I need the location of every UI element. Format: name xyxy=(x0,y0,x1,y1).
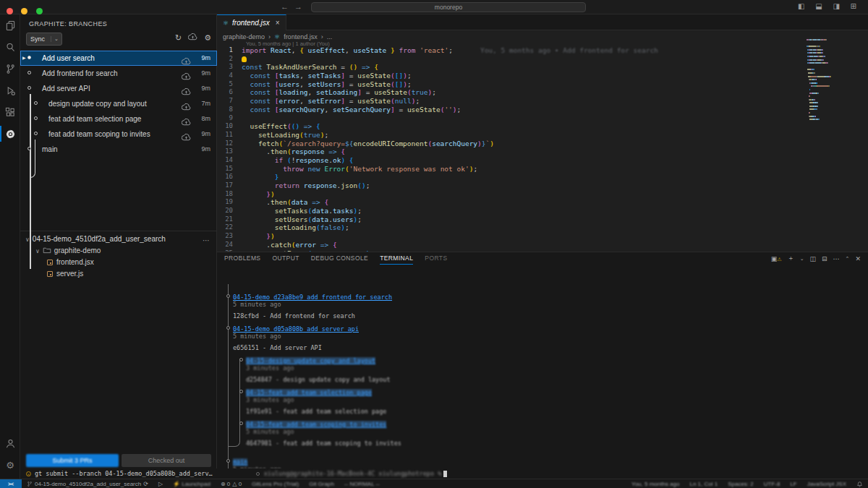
maximize-window-button[interactable] xyxy=(36,8,43,14)
more-actions-icon[interactable]: ⋯ xyxy=(833,255,840,262)
tab-frontend-jsx[interactable]: ⚛ frontend.jsx × xyxy=(217,14,286,30)
branch-label: feat add team scoping to invites xyxy=(48,127,150,142)
encoding-item[interactable]: UTF-8 xyxy=(764,481,780,487)
terminal-commit-line: e656151 - Add server API xyxy=(233,344,322,351)
panel-tab-problems[interactable]: PROBLEMS xyxy=(224,252,260,265)
code-line: 23 }) xyxy=(217,232,839,241)
code-line: 8 const [searchQuery, setSearchQuery] = … xyxy=(217,106,839,114)
code-line: 2 xyxy=(217,55,839,64)
terminal-branch-time: 3 minutes ago xyxy=(246,396,294,403)
close-panel-icon[interactable]: ✕ xyxy=(855,255,861,262)
gear-icon[interactable]: ⚙ xyxy=(204,33,211,43)
extensions-icon[interactable] xyxy=(0,101,20,123)
cursor-position-item[interactable]: Ln 1, Col 1 xyxy=(689,481,718,487)
cloud-upload-icon[interactable] xyxy=(188,33,197,43)
pro-trial-status-item[interactable]: GitLens Pro (Trial) xyxy=(252,481,299,487)
graphite-sidebar: GRAPHITE: BRANCHES Sync⌄ ↻ ⚙ ▶Add user s… xyxy=(20,14,217,468)
terminal-warning-icon[interactable]: ▣⚠ xyxy=(771,255,782,262)
branch-row[interactable]: Add frontend for search9m xyxy=(20,66,217,81)
split-terminal-icon[interactable]: ◫ xyxy=(810,255,817,262)
branch-status-item[interactable]: 04-15-demo_4510df2a_add_user_search⟳ xyxy=(27,481,148,487)
kill-terminal-icon[interactable]: ⊟ xyxy=(822,255,827,262)
panel-tab-ports[interactable]: PORTS xyxy=(425,252,447,265)
branch-time: 9m xyxy=(201,51,210,66)
launchpad-status-item[interactable]: ⚡ Launchpad xyxy=(173,481,210,487)
code-area[interactable]: 1import React, { useEffect, useState } f… xyxy=(217,46,839,257)
panel-tab-debug-console[interactable]: DEBUG CONSOLE xyxy=(311,252,368,265)
explorer-icon[interactable] xyxy=(0,14,20,36)
commit-dot-icon xyxy=(27,147,31,150)
branch-row[interactable]: main9m xyxy=(20,142,217,157)
tree-file-row[interactable]: server.js xyxy=(20,268,217,280)
graph-node-icon xyxy=(239,421,243,425)
code-line: 9 xyxy=(217,114,839,123)
history-nav: ←→ xyxy=(281,2,308,11)
graphite-icon[interactable] xyxy=(0,123,20,145)
layout-toggle-icons[interactable]: ◧ ⬓ ◨ ⊞ xyxy=(798,2,861,10)
editor-group: ⚛ frontend.jsx × graphite-demo› ⚛ fronte… xyxy=(217,14,868,252)
cloud-upload-icon xyxy=(182,73,191,80)
git-graph-status-item[interactable]: Git Graph xyxy=(309,481,334,487)
graph-node-icon xyxy=(239,358,243,361)
eol-item[interactable]: LF xyxy=(790,481,796,487)
checked-out-button[interactable]: Checked out xyxy=(122,454,211,467)
language-mode-item[interactable]: JavaScript JSX xyxy=(807,481,846,487)
chevron-down-icon: ∨ xyxy=(35,248,40,254)
terminal-branch-link[interactable]: 04-15-feat_add_team_scoping_to_invites xyxy=(246,421,386,428)
minimize-window-button[interactable] xyxy=(21,8,27,14)
close-tab-icon[interactable]: × xyxy=(276,19,280,27)
panel-tab-terminal[interactable]: TERMINAL xyxy=(380,252,413,265)
back-icon[interactable]: ← xyxy=(281,2,294,11)
branch-row[interactable]: ▶Add user search9m xyxy=(20,51,217,66)
terminal[interactable]: 04-15-demo_d23a8be9_add_frontend_for_sea… xyxy=(221,267,858,455)
notifications-bell-icon[interactable] xyxy=(856,481,863,487)
command-center-search[interactable]: monorepo xyxy=(311,2,586,12)
lightbulb-icon[interactable] xyxy=(242,56,247,62)
terminal-dropdown-icon[interactable]: ⌄ xyxy=(800,256,804,262)
maximize-panel-icon[interactable]: ⌃ xyxy=(846,256,850,262)
run-status-item[interactable]: ▷ xyxy=(158,481,163,487)
branch-row[interactable]: Add server API9m xyxy=(20,81,217,96)
tree-root-row[interactable]: ∨04-15-demo_4510df2a_add_user_search⋯ xyxy=(20,234,217,245)
breadcrumb-item[interactable]: frontend.jsx xyxy=(284,33,318,40)
branch-row[interactable]: design update copy and layout7m xyxy=(20,96,217,111)
terminal-prompt-row[interactable]: ✕ gt submit --branch 04-15-demo_d05a808b… xyxy=(20,468,868,479)
terminal-branch-link[interactable]: 04-15-demo_d23a8be9_add_frontend_for_sea… xyxy=(233,294,392,301)
settings-gear-icon[interactable]: ⚙ xyxy=(0,454,20,476)
problems-status-item[interactable]: ⊗ 0 △ 0 xyxy=(221,481,242,487)
terminal-branch-link[interactable]: 04-15-design_update_copy_and_layout xyxy=(246,357,375,364)
run-and-debug-icon[interactable] xyxy=(0,80,20,101)
js-file-icon xyxy=(47,271,53,277)
terminal-branch-link[interactable]: main xyxy=(233,458,247,466)
branch-list: ▶Add user search9mAdd frontend for searc… xyxy=(20,51,217,157)
breadcrumb-item[interactable]: ... xyxy=(327,33,333,40)
remote-indicator[interactable]: >< xyxy=(0,479,22,488)
forward-icon[interactable]: → xyxy=(294,2,308,11)
code-line: 14 if (!response.ok) { xyxy=(217,156,839,165)
code-line: 24 .catch(error => { xyxy=(217,241,839,249)
terminal-branch-link[interactable]: 04-15-demo_d05a808b_add_server_api xyxy=(233,325,359,333)
new-terminal-icon[interactable]: ＋ xyxy=(788,254,794,263)
panel-tab-output[interactable]: OUTPUT xyxy=(272,252,299,265)
branch-row[interactable]: feat add team selection page8m xyxy=(20,111,217,127)
terminal-command: gt submit --branch 04-15-demo_d05a808b_a… xyxy=(35,470,213,477)
tree-file-row[interactable]: frontend.jsx xyxy=(20,257,217,268)
branch-row[interactable]: feat add team scoping to invites9m xyxy=(20,127,217,142)
sync-dropdown-icon[interactable]: ⌄ xyxy=(51,36,61,42)
terminal-commit-line: 1f91e91 - feat add team selection page xyxy=(246,408,386,415)
refresh-icon[interactable]: ↻ xyxy=(175,33,182,43)
code-line: 17 return response.json(); xyxy=(217,181,839,190)
submit-prs-button[interactable]: Submit 3 PRs xyxy=(26,454,119,467)
folder-icon xyxy=(43,247,51,254)
minimap[interactable] xyxy=(807,39,841,122)
blame-status-item[interactable]: You, 5 months ago xyxy=(631,481,679,487)
accounts-icon[interactable] xyxy=(0,432,20,454)
close-window-button[interactable] xyxy=(7,8,13,14)
breadcrumb-item[interactable]: graphite-demo xyxy=(223,33,265,40)
search-icon[interactable] xyxy=(0,36,20,58)
source-control-icon[interactable] xyxy=(0,58,20,80)
sync-button[interactable]: Sync⌄ xyxy=(26,33,62,46)
tree-folder-row[interactable]: ∨graphite-demo xyxy=(20,245,217,257)
terminal-branch-link[interactable]: 04-15-feat_add_team_selection_page xyxy=(246,389,372,396)
indentation-item[interactable]: Spaces: 2 xyxy=(728,481,754,487)
